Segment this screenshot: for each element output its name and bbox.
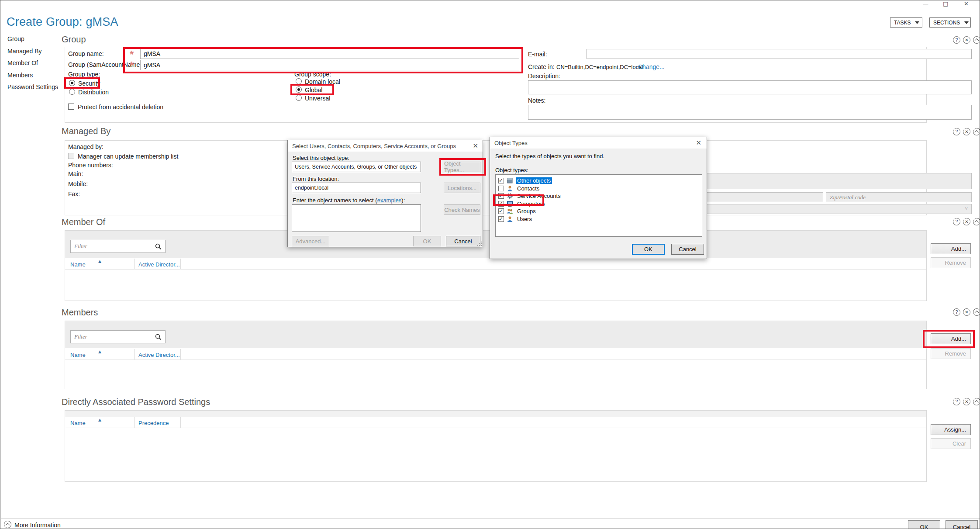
protect-deletion-checkbox[interactable] (68, 104, 74, 110)
collapse-section-icon[interactable] (973, 308, 980, 316)
table-header-underline (65, 360, 926, 360)
object-types-ok-button[interactable]: OK (632, 244, 665, 255)
collapse-section-icon[interactable] (973, 36, 980, 44)
chevron-down-icon (915, 21, 919, 24)
help-icon[interactable]: ? (953, 308, 960, 316)
global-radio[interactable] (296, 86, 302, 93)
checkbox-checked[interactable] (498, 193, 504, 199)
description-textarea[interactable] (528, 80, 972, 94)
checkbox-unchecked[interactable] (498, 186, 504, 191)
global-radio-label[interactable]: Global (305, 86, 322, 93)
examples-link[interactable]: examples (377, 197, 402, 204)
collapse-section-icon[interactable] (973, 398, 980, 405)
sidebar-item-members[interactable]: Members (7, 72, 33, 79)
remove-section-icon[interactable]: ✕ (963, 128, 970, 135)
security-radio-label[interactable]: Security (78, 80, 100, 87)
universal-radio-label[interactable]: Universal (305, 95, 330, 102)
object-names-textarea[interactable] (292, 204, 421, 232)
window-maximize-button[interactable]: □ (943, 0, 948, 7)
sidebar-item-group[interactable]: Group (7, 35, 24, 42)
object-types-button[interactable]: Object Types... (444, 162, 480, 172)
password-settings-assign-button[interactable]: Assign... (931, 424, 971, 435)
distribution-radio-label[interactable]: Distribution (78, 89, 109, 96)
help-icon[interactable]: ? (953, 398, 960, 405)
chevron-down-icon: ˅ (965, 205, 968, 212)
member-of-add-button[interactable]: Add... (931, 243, 971, 254)
remove-section-icon[interactable]: ✕ (963, 308, 970, 316)
group-name-input[interactable]: gMSA (140, 48, 519, 59)
sidebar-item-member-of[interactable]: Member Of (7, 59, 38, 66)
domain-local-radio[interactable] (296, 78, 302, 84)
cancel-button[interactable]: Cancel (945, 520, 978, 529)
check-names-button: Check Names (444, 204, 480, 215)
window-minimize-button[interactable]: — (923, 0, 928, 7)
change-link[interactable]: Change... (638, 63, 665, 70)
member-of-column-name[interactable]: Name (70, 261, 86, 268)
sort-asc-icon[interactable]: ▲ (98, 259, 101, 263)
remove-section-icon[interactable]: ✕ (963, 218, 970, 225)
zip-postal-field[interactable]: Zip/Postal code (826, 192, 972, 202)
object-types-dialog: Object Types ✕ Select the types of objec… (490, 137, 707, 259)
list-item-users[interactable]: Users (498, 215, 533, 223)
sections-button[interactable]: SECTIONS (929, 17, 971, 28)
dialog-cancel-button[interactable]: Cancel (446, 236, 480, 246)
more-information-label[interactable]: More Information (14, 522, 61, 529)
member-of-column-ad[interactable]: Active Director... (138, 261, 180, 268)
members-filter-input[interactable]: Filter (70, 330, 166, 343)
password-settings-column-name[interactable]: Name (70, 420, 86, 426)
chevron-down-icon (964, 21, 969, 24)
sidebar-item-password-settings[interactable]: Password Settings (7, 83, 58, 90)
required-marker: * (130, 52, 134, 57)
sam-account-input[interactable]: gMSA (140, 60, 519, 70)
column-divider (180, 259, 181, 269)
computer-icon (507, 201, 513, 207)
object-types-cancel-button[interactable]: Cancel (671, 244, 704, 255)
sort-asc-icon[interactable]: ▲ (98, 418, 101, 422)
list-item-label: Users (516, 216, 533, 222)
list-item-label: Service Accounts (516, 193, 562, 199)
distribution-radio[interactable] (69, 89, 75, 95)
members-column-name[interactable]: Name (70, 352, 86, 358)
password-settings-column-precedence[interactable]: Precedence (138, 420, 169, 426)
protect-deletion-label[interactable]: Protect from accidental deletion (78, 104, 163, 111)
checkbox-checked[interactable] (498, 208, 504, 214)
universal-radio[interactable] (296, 95, 302, 101)
help-icon[interactable]: ? (953, 128, 960, 135)
checkbox-checked[interactable] (498, 178, 504, 183)
tasks-button[interactable]: TASKS (890, 17, 922, 28)
sort-asc-icon[interactable]: ▲ (98, 349, 101, 354)
close-icon[interactable]: ✕ (473, 142, 478, 150)
list-item-contacts[interactable]: Contacts (498, 185, 541, 192)
help-icon[interactable]: ? (953, 218, 960, 225)
object-types-listbox: Other objects Contacts Service Accounts (495, 174, 702, 237)
list-item-computers[interactable]: Computers (498, 200, 546, 207)
member-of-filter-input[interactable]: Filter (70, 240, 166, 253)
collapse-section-icon[interactable] (973, 218, 980, 225)
footer-divider (1, 518, 980, 519)
resize-grip[interactable] (477, 242, 482, 246)
help-icon[interactable]: ? (953, 36, 960, 44)
sidebar-item-managed-by[interactable]: Managed By (7, 48, 42, 55)
remove-section-icon[interactable]: ✕ (963, 36, 970, 44)
remove-section-icon[interactable]: ✕ (963, 398, 970, 405)
members-add-button[interactable]: Add... (931, 333, 971, 344)
email-input[interactable] (587, 49, 972, 59)
close-icon[interactable]: ✕ (696, 139, 701, 147)
list-item-other-objects[interactable]: Other objects (498, 177, 552, 184)
collapse-section-icon[interactable] (973, 128, 980, 135)
members-column-ad[interactable]: Active Director... (138, 352, 180, 358)
list-item-service-accounts[interactable]: Service Accounts (498, 192, 562, 200)
column-divider (134, 259, 135, 269)
sections-button-label: SECTIONS (933, 20, 960, 26)
checkbox-checked[interactable] (498, 201, 504, 207)
security-radio[interactable] (69, 80, 75, 86)
notes-textarea[interactable] (528, 105, 972, 120)
domain-local-radio-label[interactable]: Domain local (305, 78, 340, 85)
list-item-groups[interactable]: Groups (498, 207, 537, 215)
sidebar-divider (57, 33, 57, 518)
checkbox-checked[interactable] (498, 216, 504, 222)
manager-update-checkbox (68, 153, 74, 159)
more-information-chevron-icon[interactable] (4, 521, 11, 528)
ok-button[interactable]: OK (908, 520, 940, 529)
window-close-button[interactable]: ✕ (964, 0, 969, 7)
